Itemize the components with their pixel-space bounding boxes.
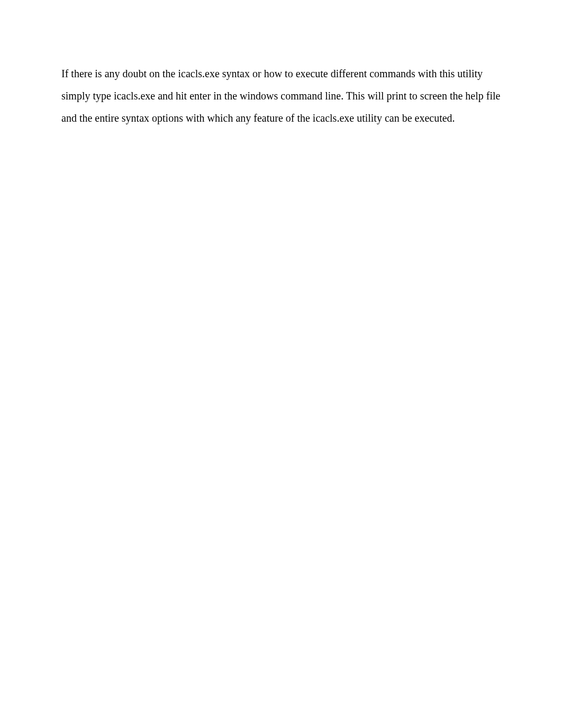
- document-page: If there is any doubt on the icacls.exe …: [0, 0, 562, 728]
- body-paragraph: If there is any doubt on the icacls.exe …: [61, 62, 501, 129]
